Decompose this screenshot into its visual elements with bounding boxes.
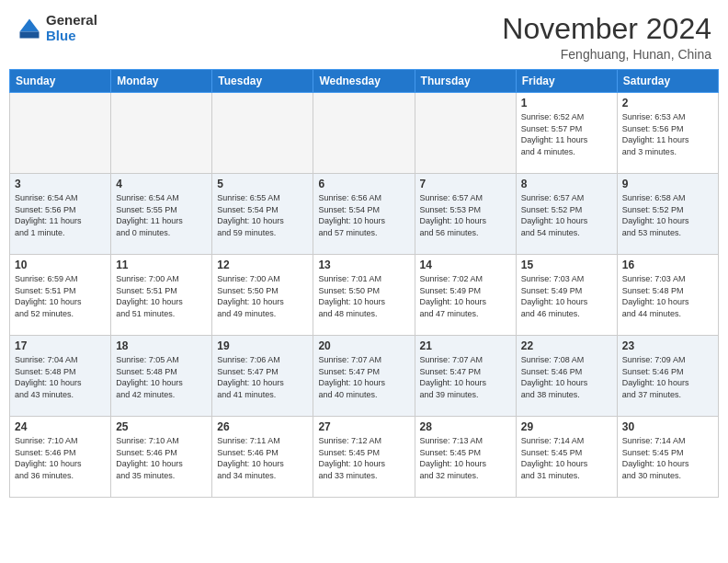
table-row: 15Sunrise: 7:03 AMSunset: 5:49 PMDayligh… — [516, 255, 617, 336]
table-row — [10, 93, 111, 174]
day-info: Sunrise: 7:04 AMSunset: 5:48 PMDaylight:… — [15, 354, 106, 400]
day-number: 12 — [217, 259, 308, 271]
day-number: 30 — [622, 420, 713, 433]
table-row: 10Sunrise: 6:59 AMSunset: 5:51 PMDayligh… — [10, 255, 111, 336]
table-row: 16Sunrise: 7:03 AMSunset: 5:48 PMDayligh… — [617, 255, 718, 336]
day-number: 26 — [217, 420, 308, 433]
table-row: 26Sunrise: 7:11 AMSunset: 5:46 PMDayligh… — [212, 417, 313, 498]
table-row: 6Sunrise: 6:56 AMSunset: 5:54 PMDaylight… — [313, 174, 415, 255]
table-row: 14Sunrise: 7:02 AMSunset: 5:49 PMDayligh… — [415, 255, 516, 336]
day-number: 9 — [622, 178, 713, 190]
day-info: Sunrise: 7:03 AMSunset: 5:49 PMDaylight:… — [521, 273, 612, 319]
day-info: Sunrise: 7:03 AMSunset: 5:48 PMDaylight:… — [622, 273, 713, 319]
logo: General Blue — [17, 13, 97, 43]
calendar-header-row: Sunday Monday Tuesday Wednesday Thursday… — [10, 70, 719, 93]
day-number: 8 — [521, 178, 612, 190]
day-number: 6 — [318, 178, 409, 190]
col-wednesday: Wednesday — [313, 70, 415, 93]
day-number: 5 — [217, 178, 308, 190]
calendar: Sunday Monday Tuesday Wednesday Thursday… — [9, 69, 719, 498]
day-info: Sunrise: 6:56 AMSunset: 5:54 PMDaylight:… — [318, 192, 409, 238]
col-thursday: Thursday — [415, 70, 516, 93]
day-info: Sunrise: 7:00 AMSunset: 5:51 PMDaylight:… — [116, 273, 207, 319]
day-number: 17 — [15, 339, 106, 352]
day-info: Sunrise: 7:14 AMSunset: 5:45 PMDaylight:… — [521, 435, 612, 481]
day-number: 14 — [420, 259, 511, 271]
day-info: Sunrise: 7:14 AMSunset: 5:45 PMDaylight:… — [622, 435, 713, 481]
table-row: 19Sunrise: 7:06 AMSunset: 5:47 PMDayligh… — [212, 336, 313, 417]
day-number: 23 — [622, 339, 713, 352]
table-row: 22Sunrise: 7:08 AMSunset: 5:46 PMDayligh… — [516, 336, 617, 417]
calendar-week-row: 3Sunrise: 6:54 AMSunset: 5:56 PMDaylight… — [10, 174, 719, 255]
day-number: 7 — [420, 178, 511, 190]
table-row: 18Sunrise: 7:05 AMSunset: 5:48 PMDayligh… — [111, 336, 212, 417]
day-number: 16 — [622, 259, 713, 271]
day-number: 11 — [116, 259, 207, 271]
table-row: 4Sunrise: 6:54 AMSunset: 5:55 PMDaylight… — [111, 174, 212, 255]
logo-text: General Blue — [46, 13, 97, 43]
day-number: 13 — [318, 259, 409, 271]
calendar-week-row: 10Sunrise: 6:59 AMSunset: 5:51 PMDayligh… — [10, 255, 719, 336]
table-row: 23Sunrise: 7:09 AMSunset: 5:46 PMDayligh… — [617, 336, 718, 417]
day-number: 20 — [318, 339, 409, 352]
day-number: 15 — [521, 259, 612, 271]
table-row — [212, 93, 313, 174]
day-number: 19 — [217, 339, 308, 352]
day-info: Sunrise: 7:07 AMSunset: 5:47 PMDaylight:… — [318, 354, 409, 400]
svg-rect-1 — [20, 31, 40, 38]
col-sunday: Sunday — [10, 70, 111, 93]
day-info: Sunrise: 7:09 AMSunset: 5:46 PMDaylight:… — [622, 354, 713, 400]
day-number: 2 — [622, 97, 713, 109]
day-info: Sunrise: 7:11 AMSunset: 5:46 PMDaylight:… — [217, 435, 308, 481]
day-info: Sunrise: 7:06 AMSunset: 5:47 PMDaylight:… — [217, 354, 308, 400]
day-number: 1 — [521, 97, 612, 109]
day-number: 21 — [420, 339, 511, 352]
calendar-wrap: Sunday Monday Tuesday Wednesday Thursday… — [0, 69, 728, 507]
table-row: 8Sunrise: 6:57 AMSunset: 5:52 PMDaylight… — [516, 174, 617, 255]
day-number: 24 — [15, 420, 106, 433]
header: General Blue November 2024 Fenghuang, Hu… — [0, 0, 728, 69]
logo-general: General — [46, 13, 97, 29]
table-row: 9Sunrise: 6:58 AMSunset: 5:52 PMDaylight… — [617, 174, 718, 255]
day-info: Sunrise: 7:02 AMSunset: 5:49 PMDaylight:… — [420, 273, 511, 319]
table-row: 7Sunrise: 6:57 AMSunset: 5:53 PMDaylight… — [415, 174, 516, 255]
table-row: 20Sunrise: 7:07 AMSunset: 5:47 PMDayligh… — [313, 336, 415, 417]
svg-marker-0 — [20, 18, 40, 31]
day-info: Sunrise: 6:59 AMSunset: 5:51 PMDaylight:… — [15, 273, 106, 319]
day-number: 18 — [116, 339, 207, 352]
day-number: 3 — [15, 178, 106, 190]
location: Fenghuang, Hunan, China — [502, 47, 711, 62]
table-row: 17Sunrise: 7:04 AMSunset: 5:48 PMDayligh… — [10, 336, 111, 417]
table-row: 5Sunrise: 6:55 AMSunset: 5:54 PMDaylight… — [212, 174, 313, 255]
table-row — [415, 93, 516, 174]
table-row: 3Sunrise: 6:54 AMSunset: 5:56 PMDaylight… — [10, 174, 111, 255]
day-info: Sunrise: 6:57 AMSunset: 5:52 PMDaylight:… — [521, 192, 612, 238]
calendar-week-row: 1Sunrise: 6:52 AMSunset: 5:57 PMDaylight… — [10, 93, 719, 174]
col-friday: Friday — [516, 70, 617, 93]
day-info: Sunrise: 6:58 AMSunset: 5:52 PMDaylight:… — [622, 192, 713, 238]
day-number: 27 — [318, 420, 409, 433]
day-info: Sunrise: 7:00 AMSunset: 5:50 PMDaylight:… — [217, 273, 308, 319]
day-info: Sunrise: 6:52 AMSunset: 5:57 PMDaylight:… — [521, 111, 612, 157]
day-info: Sunrise: 6:55 AMSunset: 5:54 PMDaylight:… — [217, 192, 308, 238]
day-info: Sunrise: 7:05 AMSunset: 5:48 PMDaylight:… — [116, 354, 207, 400]
table-row: 25Sunrise: 7:10 AMSunset: 5:46 PMDayligh… — [111, 417, 212, 498]
day-number: 22 — [521, 339, 612, 352]
table-row: 2Sunrise: 6:53 AMSunset: 5:56 PMDaylight… — [617, 93, 718, 174]
day-number: 29 — [521, 420, 612, 433]
table-row: 12Sunrise: 7:00 AMSunset: 5:50 PMDayligh… — [212, 255, 313, 336]
logo-icon — [17, 16, 42, 41]
day-info: Sunrise: 6:53 AMSunset: 5:56 PMDaylight:… — [622, 111, 713, 157]
table-row: 29Sunrise: 7:14 AMSunset: 5:45 PMDayligh… — [516, 417, 617, 498]
day-number: 4 — [116, 178, 207, 190]
month-title: November 2024 — [502, 13, 711, 45]
table-row: 21Sunrise: 7:07 AMSunset: 5:47 PMDayligh… — [415, 336, 516, 417]
col-tuesday: Tuesday — [212, 70, 313, 93]
day-number: 10 — [15, 259, 106, 271]
table-row: 30Sunrise: 7:14 AMSunset: 5:45 PMDayligh… — [617, 417, 718, 498]
table-row: 27Sunrise: 7:12 AMSunset: 5:45 PMDayligh… — [313, 417, 415, 498]
day-info: Sunrise: 7:08 AMSunset: 5:46 PMDaylight:… — [521, 354, 612, 400]
table-row: 13Sunrise: 7:01 AMSunset: 5:50 PMDayligh… — [313, 255, 415, 336]
calendar-week-row: 24Sunrise: 7:10 AMSunset: 5:46 PMDayligh… — [10, 417, 719, 498]
title-block: November 2024 Fenghuang, Hunan, China — [502, 13, 711, 62]
